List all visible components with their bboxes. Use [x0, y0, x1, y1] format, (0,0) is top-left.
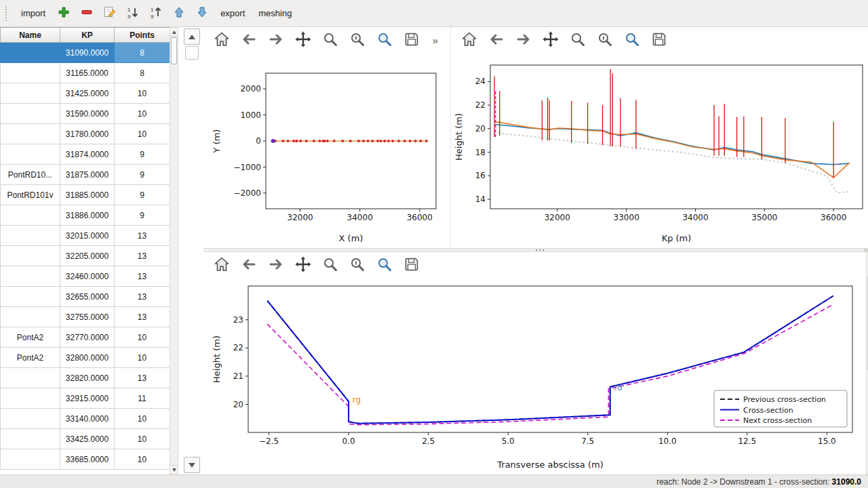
cell-kp[interactable]: 31874.0000 [60, 144, 115, 165]
column-header-points[interactable]: Points [115, 28, 170, 43]
cell-points[interactable]: 13 [115, 266, 170, 287]
cell-name[interactable] [1, 287, 60, 307]
zoom-alt-button[interactable] [348, 31, 366, 49]
home-button[interactable] [212, 31, 231, 49]
cell-name[interactable]: PontA2 [1, 348, 60, 368]
cell-name[interactable] [1, 307, 60, 327]
table-row[interactable]: 31874.00009 [1, 144, 170, 165]
cell-kp[interactable]: 32205.0000 [60, 246, 115, 266]
save-button[interactable] [650, 31, 668, 49]
cell-points[interactable]: 9 [115, 144, 170, 165]
cell-name[interactable] [1, 124, 60, 144]
table-row[interactable]: 33140.000010 [1, 409, 170, 429]
cell-points[interactable]: 8 [115, 43, 170, 63]
cell-kp[interactable]: 33425.0000 [60, 429, 115, 449]
cell-kp[interactable]: 32015.0000 [60, 226, 115, 246]
cell-name[interactable] [1, 388, 60, 409]
table-row[interactable]: PontRD10...31875.00009 [1, 165, 170, 185]
export-button[interactable]: export [214, 4, 251, 22]
zoom-button[interactable] [568, 31, 587, 49]
home-button[interactable] [212, 256, 231, 274]
cell-points[interactable]: 9 [115, 205, 170, 226]
cell-name[interactable] [1, 205, 60, 226]
plan-view-chart[interactable]: 320003400036000200010000−1000−2000X (m)Y… [203, 53, 447, 248]
cell-points[interactable]: 10 [115, 104, 170, 124]
table-row[interactable]: 32820.000013 [1, 368, 170, 388]
cell-points[interactable]: 10 [115, 124, 170, 144]
cell-name[interactable] [1, 266, 60, 287]
cell-kp[interactable]: 31090.0000 [60, 43, 115, 63]
longitudinal-profile-chart[interactable]: 3200033000340003500036000141618202224Kp … [451, 53, 868, 248]
home-button[interactable] [460, 31, 478, 49]
column-header-name[interactable]: Name [1, 28, 60, 43]
table-scroll-up-button[interactable] [170, 28, 178, 37]
cell-points[interactable]: 13 [115, 307, 170, 327]
cell-points[interactable]: 11 [115, 388, 170, 409]
cell-kp[interactable]: 32915.0000 [60, 388, 115, 409]
cell-points[interactable]: 13 [115, 246, 170, 266]
zoom-button[interactable] [321, 31, 339, 49]
back-button[interactable] [239, 256, 258, 274]
cell-kp[interactable]: 31886.0000 [60, 205, 115, 226]
table-row[interactable]: 31425.000010 [1, 83, 170, 104]
cell-kp[interactable]: 33685.0000 [60, 449, 115, 470]
import-button[interactable]: import [15, 4, 52, 22]
table-row[interactable]: 31090.00008 [1, 43, 170, 63]
move-row-down-button[interactable] [184, 457, 200, 473]
cell-points[interactable]: 10 [115, 409, 170, 429]
forward-button[interactable] [267, 31, 285, 49]
table-scrollbar-thumb[interactable] [171, 37, 177, 64]
sort-ascending-button[interactable]: 19 [145, 3, 167, 24]
cell-name[interactable]: PontRD10... [1, 165, 60, 185]
remove-cross-section-button[interactable] [76, 3, 98, 24]
table-row[interactable]: PontA232800.000010 [1, 348, 170, 368]
cell-points[interactable]: 13 [115, 226, 170, 246]
cell-points[interactable]: 9 [115, 185, 170, 205]
cell-name[interactable] [1, 246, 60, 266]
zoom-alt-button[interactable] [348, 256, 366, 274]
move-row-up-button[interactable] [184, 28, 200, 45]
cell-kp[interactable]: 32655.0000 [60, 287, 115, 307]
table-scroll-down-button[interactable] [170, 465, 178, 474]
horizontal-splitter[interactable] [203, 248, 868, 252]
cell-kp[interactable]: 31590.0000 [60, 104, 115, 124]
cell-name[interactable] [1, 368, 60, 388]
cell-points[interactable]: 10 [115, 429, 170, 449]
table-row[interactable]: PontA232770.000010 [1, 327, 170, 348]
cell-name[interactable]: PontRD101v [1, 185, 60, 205]
pan-button[interactable] [294, 256, 312, 274]
table-row[interactable]: 32205.000013 [1, 246, 170, 266]
cell-kp[interactable]: 32755.0000 [60, 307, 115, 327]
table-row[interactable]: 33685.000010 [1, 449, 170, 470]
cell-kp[interactable]: 33140.0000 [60, 409, 115, 429]
toolbar-overflow-button[interactable]: » [429, 31, 441, 49]
table-row[interactable]: 32015.000013 [1, 226, 170, 246]
meshing-button[interactable]: meshing [252, 4, 298, 22]
zoom-alt-button[interactable] [595, 31, 614, 49]
cell-points[interactable]: 10 [115, 327, 170, 348]
table-row[interactable]: 32915.000011 [1, 388, 170, 409]
table-scrollbar[interactable] [170, 27, 178, 474]
cell-name[interactable] [1, 104, 60, 124]
save-button[interactable] [402, 31, 420, 49]
cell-kp[interactable]: 32770.0000 [60, 327, 115, 348]
sort-descending-button[interactable]: 19 [122, 3, 144, 24]
cell-name[interactable] [1, 83, 60, 104]
table-row[interactable]: 31165.00008 [1, 63, 170, 83]
cell-kp[interactable]: 32460.0000 [60, 266, 115, 287]
cell-name[interactable] [1, 429, 60, 449]
cell-points[interactable]: 13 [115, 287, 170, 307]
cell-kp[interactable]: 31425.0000 [60, 83, 115, 104]
cell-kp[interactable]: 31885.0000 [60, 185, 115, 205]
table-row[interactable]: 33425.000010 [1, 429, 170, 449]
column-header-kp[interactable]: KP [60, 28, 115, 43]
forward-button[interactable] [514, 31, 532, 49]
cell-name[interactable] [1, 449, 60, 470]
cell-points[interactable]: 10 [115, 449, 170, 470]
forward-button[interactable] [267, 256, 285, 274]
back-button[interactable] [487, 31, 505, 49]
cell-name[interactable] [1, 144, 60, 165]
cell-name[interactable]: PontA2 [1, 327, 60, 348]
table-row[interactable]: 32755.000013 [1, 307, 170, 327]
cell-points[interactable]: 9 [115, 165, 170, 185]
